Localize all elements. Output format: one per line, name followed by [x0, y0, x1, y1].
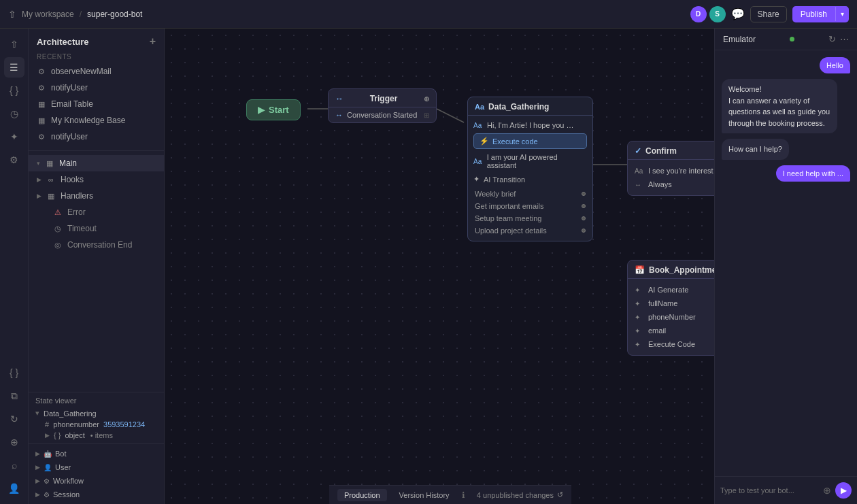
variable-icon[interactable]: ⊕: [4, 432, 24, 452]
send-button[interactable]: ▶: [835, 482, 852, 499]
error-item[interactable]: ⚠ Error: [45, 204, 164, 220]
trigger-title: Trigger: [370, 94, 398, 103]
conv-end-item[interactable]: ◎ Conversation End: [45, 237, 164, 253]
dg-row2-icon: Aa: [473, 158, 483, 165]
main-item[interactable]: ▾ ▦ Main: [29, 155, 164, 171]
nav-sidebar: Architecture + Recents ⚙ observeNewMail …: [29, 29, 165, 504]
emulator-refresh-icon[interactable]: ↻: [828, 34, 836, 44]
confirm-node[interactable]: ✓ Confirm Aa I see you're interest in @w…: [627, 141, 714, 196]
book-appointment-node[interactable]: 📅 Book_Appointment ✦ AI Generate ✦ fullN…: [627, 260, 714, 356]
data-gathering-node[interactable]: Aa Data_Gathering Aa Hi, I'm Artie! I ho…: [467, 97, 593, 241]
execute-code-button[interactable]: ⚡ Execute code: [473, 133, 587, 149]
chat-bubble-hello: Hello: [820, 57, 850, 73]
version-history-tab[interactable]: Version History: [392, 489, 456, 501]
dg-row2-text: I am your AI powered assistant: [487, 153, 587, 169]
state-dg-label: Data_Gathering: [44, 409, 97, 418]
nav-item-notify2[interactable]: ⚙ notifyUser: [29, 129, 164, 145]
session-label: Session: [53, 490, 80, 499]
notify2-icon: ⚙: [37, 133, 46, 141]
publish-arrow-icon[interactable]: ▾: [835, 7, 849, 21]
state-collapse-icon[interactable]: ▾: [35, 409, 39, 418]
trans-dot2: [582, 204, 586, 208]
refresh-icon[interactable]: ↻: [4, 409, 24, 429]
data-gathering-header: Aa Data_Gathering: [468, 97, 592, 116]
avatar-s: S: [709, 6, 726, 22]
icon-sidebar: ⇧ ☰ { } ◷ ✦ ⚙ { } ⧉ ↻ ⊕ ⌕ 👤: [0, 29, 29, 504]
state-viewer-label: State viewer: [35, 397, 157, 405]
comment-icon[interactable]: 💬: [731, 7, 745, 20]
nav-item-email-label: Email Table: [51, 99, 93, 109]
book-exec-icon: ✦: [635, 341, 644, 348]
state-obj-icon: { }: [54, 431, 61, 439]
info-icon[interactable]: ℹ: [462, 490, 465, 500]
handlers-item[interactable]: ▶ ▦ Handlers: [29, 188, 164, 204]
start-node[interactable]: ▶ Start: [246, 99, 301, 120]
nav-item-knowledge[interactable]: ▦ My Knowledge Base: [29, 112, 164, 129]
state-phone-key: phonenumber: [53, 420, 99, 429]
dg-row1: Aa Hi, I'm Artie! I hope you are havi...: [468, 118, 592, 132]
unpublished-icon: ↺: [557, 490, 563, 499]
svg-line-1: [437, 109, 464, 122]
nav-item-observe[interactable]: ⚙ observeNewMail: [29, 63, 164, 80]
confirm-row2: ↔ Always: [628, 178, 714, 191]
state-obj-expand[interactable]: ▶: [45, 432, 50, 439]
confirm-row1: Aa I see you're interest in @workflo...: [628, 164, 714, 178]
execute-icon: ⚡: [480, 137, 489, 146]
user-section[interactable]: ▶ 👤 User: [29, 460, 164, 474]
publish-button[interactable]: Publish ▾: [792, 6, 849, 22]
timeout-item[interactable]: ◷ Timeout: [45, 220, 164, 237]
share-button[interactable]: Share: [750, 6, 787, 22]
ai-trans-label: AI Transition: [484, 175, 525, 184]
clock-icon[interactable]: ◷: [4, 103, 24, 124]
integration-icon[interactable]: ✦: [4, 127, 24, 147]
confirm-row2-text: Always: [648, 180, 672, 188]
nav-bottom-sections: ▶ 🤖 Bot ▶ 👤 User ▶ ⚙ Workflow ▶ ⚙ Sessio…: [29, 443, 164, 504]
nav-item-email[interactable]: ▦ Email Table: [29, 96, 164, 112]
production-tab[interactable]: Production: [337, 489, 387, 501]
settings-icon[interactable]: ⚙: [4, 150, 24, 170]
nav-header: Architecture +: [29, 29, 164, 52]
trigger-conn-icon: ⊞: [424, 112, 429, 119]
emulator-status: [790, 37, 794, 41]
recents-label: Recents: [29, 52, 164, 63]
chat-input[interactable]: [720, 486, 819, 494]
copy-icon[interactable]: ⧉: [4, 386, 24, 406]
nav-add-button[interactable]: +: [150, 35, 156, 48]
bot-section[interactable]: ▶ 🤖 Bot: [29, 447, 164, 460]
user-icon[interactable]: 👤: [4, 478, 24, 499]
main-icon: ▦: [45, 159, 54, 168]
confirm-body: Aa I see you're interest in @workflo... …: [628, 160, 714, 195]
state-data-gathering: ▾ Data_Gathering: [35, 407, 157, 419]
dg-row1-text: Hi, I'm Artie! I hope you are havi...: [487, 121, 575, 129]
book-row-aigen: ✦ AI Generate: [628, 283, 714, 297]
trigger-settings-icon[interactable]: ⊕: [424, 95, 429, 103]
bottom-bar: Production Version History ℹ 4 unpublish…: [329, 485, 571, 504]
confirm-row1-text: I see you're interest in @workflo...: [648, 167, 714, 175]
state-object: ▶ { } object • items: [35, 430, 157, 441]
notify1-icon: ⚙: [37, 84, 46, 93]
main-label: Main: [59, 158, 77, 168]
knowledge-icon: ▦: [37, 116, 46, 125]
emulator-more-icon[interactable]: ⋯: [840, 34, 849, 44]
nav-item-notify1[interactable]: ⚙ notifyUser: [29, 80, 164, 96]
search-icon[interactable]: ⌕: [4, 455, 24, 475]
nav-item-observe-label: observeNewMail: [51, 67, 112, 76]
bot-name-label: super-good-bot: [87, 10, 142, 19]
share-sidebar-icon[interactable]: ⇧: [4, 34, 24, 54]
book-header: 📅 Book_Appointment: [628, 261, 714, 279]
hooks-item[interactable]: ▶ ∞ Hooks: [29, 171, 164, 188]
architecture-icon[interactable]: ☰: [4, 57, 24, 78]
session-section[interactable]: ▶ ⚙ Session: [29, 488, 164, 501]
share-icon[interactable]: ⇧: [8, 9, 16, 20]
canvas-area[interactable]: ▶ Start ↔ Trigger ⊕ ↔ Conversation Start…: [165, 29, 714, 504]
attach-icon[interactable]: ⊕: [823, 485, 831, 496]
execute-label: Execute code: [492, 137, 538, 146]
trigger-row: ↔ Conversation Started ⊞: [329, 107, 436, 122]
book-exec-label: Execute Code: [648, 340, 695, 348]
workflow-section[interactable]: ▶ ⚙ Workflow: [29, 474, 164, 488]
bracket-icon[interactable]: { }: [4, 80, 24, 101]
trans-item4-label: Upload project details: [475, 226, 547, 235]
bracket2-icon[interactable]: { }: [4, 363, 24, 383]
trigger-node[interactable]: ↔ Trigger ⊕ ↔ Conversation Started ⊞: [328, 88, 437, 123]
state-hash-icon: #: [45, 420, 49, 429]
